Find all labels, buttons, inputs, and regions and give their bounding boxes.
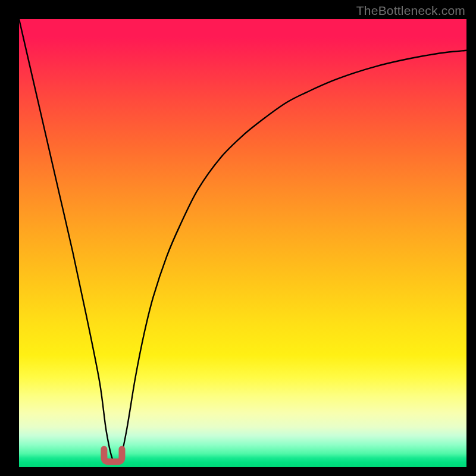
watermark-text: TheBottleneck.com [356, 4, 465, 18]
bottleneck-curve [19, 19, 466, 464]
minimum-marker [104, 449, 122, 462]
chart-frame: TheBottleneck.com [0, 0, 476, 476]
chart-svg-layer [19, 19, 466, 467]
chart-plot-area [19, 19, 466, 467]
